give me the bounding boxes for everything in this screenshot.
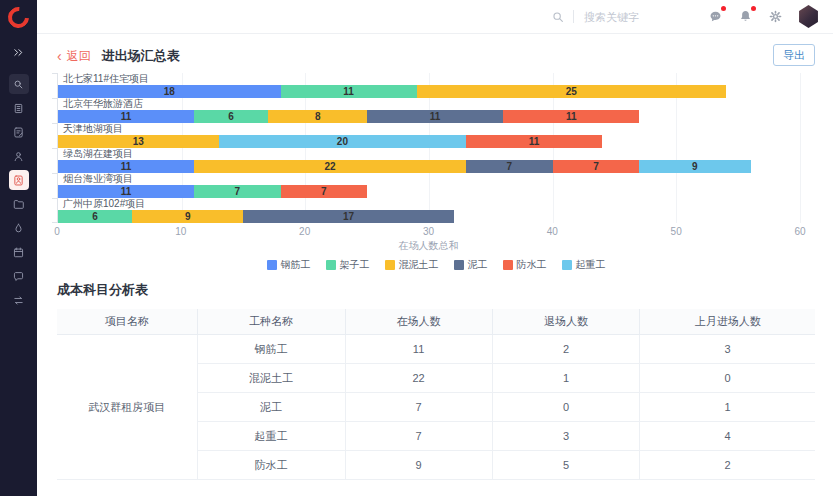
legend-item-泥工[interactable]: 泥工 (454, 258, 488, 272)
category-label: 北京年华旅游酒店 (58, 98, 800, 109)
user-avatar[interactable] (798, 5, 819, 28)
main-area: ‹ 返回 进出场汇总表 导出 北七家11#住宅项目181125北京年华旅游酒店1… (37, 0, 833, 496)
bar-segment-钢筋工[interactable]: 11 (58, 185, 194, 198)
content: ‹ 返回 进出场汇总表 导出 北七家11#住宅项目181125北京年华旅游酒店1… (37, 34, 833, 496)
bar-segment-混泥土工[interactable]: 13 (58, 135, 219, 148)
bar-segment-泥工[interactable]: 17 (243, 210, 453, 223)
stacked-bar: 132011 (58, 135, 800, 148)
x-tick-label: 60 (794, 226, 805, 237)
legend-swatch (454, 260, 464, 270)
bar-segment-混泥土工[interactable]: 22 (194, 160, 466, 173)
table-cell: 泥工 (197, 393, 345, 422)
sidebar-item-search[interactable] (9, 74, 29, 94)
bar-segment-架子工[interactable]: 7 (194, 185, 281, 198)
bar-segment-防水工[interactable]: 7 (553, 160, 640, 173)
chart-row: 天津地湖项目132011 (58, 123, 800, 148)
bar-segment-架子工[interactable]: 11 (281, 85, 417, 98)
document-edit-icon (12, 126, 25, 139)
table-cell: 防水工 (197, 451, 345, 480)
y-axis-tick (52, 73, 58, 74)
legend-item-防水工[interactable]: 防水工 (503, 258, 547, 272)
summary-chart: 北七家11#住宅项目181125北京年华旅游酒店11681111天津地湖项目13… (57, 73, 800, 253)
export-button[interactable]: 导出 (773, 44, 815, 66)
column-header: 工种名称 (197, 309, 345, 335)
column-header: 在场人数 (345, 309, 492, 335)
search-input[interactable] (582, 10, 674, 24)
page-title: 进出场汇总表 (102, 47, 180, 65)
sidebar-item-calendar[interactable] (9, 242, 29, 262)
topbar-bell-button[interactable] (738, 9, 753, 24)
bar-segment-起重工[interactable]: 20 (219, 135, 466, 148)
sidebar-item-transfer[interactable] (9, 290, 29, 310)
sidebar-item-building[interactable] (9, 98, 29, 118)
bar-segment-泥工[interactable]: 11 (367, 110, 503, 123)
logo-c-icon (4, 2, 34, 32)
chart-plot: 北七家11#住宅项目181125北京年华旅游酒店11681111天津地湖项目13… (57, 73, 800, 223)
x-tick-label: 20 (299, 226, 310, 237)
bar-segment-防水工[interactable]: 11 (466, 135, 602, 148)
legend-item-架子工[interactable]: 架子工 (326, 258, 370, 272)
bar-segment-起重工[interactable]: 9 (639, 160, 750, 173)
message-icon (708, 9, 723, 24)
chart-row: 北京年华旅游酒店11681111 (58, 98, 800, 123)
table-cell: 7 (345, 393, 492, 422)
bar-segment-架子工[interactable]: 6 (194, 110, 268, 123)
bar-segment-钢筋工[interactable]: 11 (58, 160, 194, 173)
bar-segment-架子工[interactable]: 6 (58, 210, 132, 223)
back-link[interactable]: 返回 (67, 48, 91, 65)
sidebar-item-worker-record[interactable] (9, 170, 29, 190)
chart-row: 广州中原102#项目6917 (58, 198, 800, 223)
sidebar-item-folder[interactable] (9, 194, 29, 214)
table-cell: 3 (492, 422, 640, 451)
topbar-search (551, 10, 674, 24)
table-cell: 4 (640, 422, 815, 451)
legend-swatch (503, 260, 513, 270)
water-drop-icon (12, 222, 25, 235)
topbar-gear-button[interactable] (768, 9, 783, 24)
table-cell: 3 (640, 335, 815, 364)
bell-icon (738, 9, 753, 24)
app-window: ‹ 返回 进出场汇总表 导出 北七家11#住宅项目181125北京年华旅游酒店1… (0, 0, 833, 496)
back-chevron-icon[interactable]: ‹ (57, 50, 62, 62)
table-cell: 钢筋工 (197, 335, 345, 364)
sidebar-item-document-edit[interactable] (9, 122, 29, 142)
notification-badge (751, 6, 756, 11)
bar-segment-混泥土工[interactable]: 8 (268, 110, 367, 123)
sidebar-item-user[interactable] (9, 146, 29, 166)
sidebar-item-expand[interactable] (9, 42, 29, 62)
bar-segment-钢筋工[interactable]: 11 (58, 110, 194, 123)
y-axis-tick (52, 222, 58, 223)
bar-segment-防水工[interactable]: 7 (281, 185, 368, 198)
app-logo[interactable] (0, 0, 37, 34)
sidebar (0, 0, 37, 496)
legend-label: 架子工 (340, 258, 370, 272)
legend-item-起重工[interactable]: 起重工 (562, 258, 606, 272)
bar-segment-钢筋工[interactable]: 18 (58, 85, 281, 98)
table-row: 武汉群租房项目钢筋工1123 (57, 335, 815, 364)
x-tick-label: 10 (175, 226, 186, 237)
legend-label: 泥工 (468, 258, 488, 272)
bar-segment-泥工[interactable]: 7 (466, 160, 553, 173)
sidebar-item-water-drop[interactable] (9, 218, 29, 238)
chart-x-axis: 0102030405060 (57, 226, 800, 238)
bar-segment-混泥土工[interactable]: 9 (132, 210, 243, 223)
gridline (800, 73, 801, 223)
bar-segment-防水工[interactable]: 11 (503, 110, 639, 123)
table-cell: 5 (492, 451, 640, 480)
sidebar-item-chat[interactable] (9, 266, 29, 286)
bar-segment-混泥土工[interactable]: 25 (417, 85, 726, 98)
chart-row: 北七家11#住宅项目181125 (58, 73, 800, 98)
breadcrumb: ‹ 返回 进出场汇总表 (57, 47, 815, 65)
legend-swatch (385, 260, 395, 270)
table-body: 武汉群租房项目钢筋工1123混泥土工2210泥工701起重工734防水工952 (57, 335, 815, 480)
topbar (37, 0, 833, 34)
stacked-bar: 181125 (58, 85, 800, 98)
chart-x-axis-title: 在场人数总和 (57, 239, 800, 253)
legend-item-混泥土工[interactable]: 混泥土工 (385, 258, 439, 272)
topbar-message-button[interactable] (708, 9, 723, 24)
chat-icon (12, 270, 25, 283)
legend-item-钢筋工[interactable]: 钢筋工 (267, 258, 311, 272)
table-cell: 2 (492, 335, 640, 364)
user-icon (12, 150, 25, 163)
divider (573, 10, 574, 23)
